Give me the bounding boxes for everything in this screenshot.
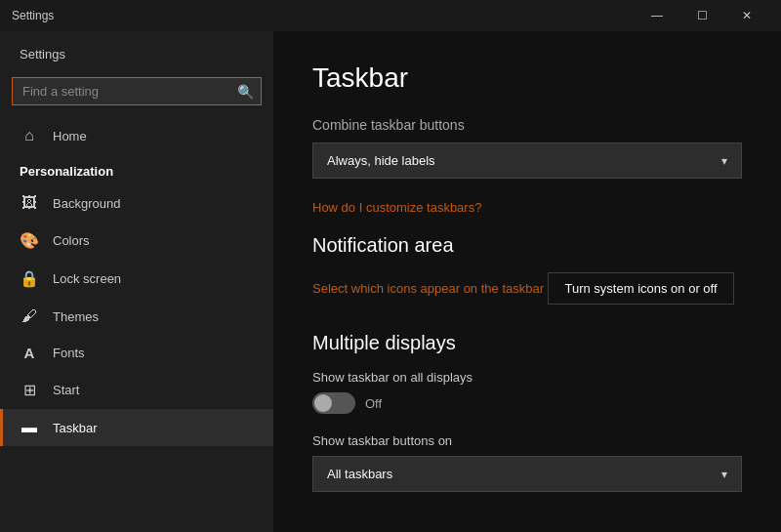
background-icon: 🖼 bbox=[20, 194, 39, 212]
main-panel: Taskbar Combine taskbar buttons Always, … bbox=[273, 31, 781, 532]
combine-dropdown-arrow: ▾ bbox=[721, 154, 727, 168]
combine-dropdown[interactable]: Always, hide labels ▾ bbox=[312, 143, 742, 179]
sidebar-item-home[interactable]: ⌂ Home bbox=[0, 117, 273, 154]
show-taskbar-label: Show taskbar on all displays bbox=[312, 370, 742, 385]
sidebar-item-themes[interactable]: 🖌 Themes bbox=[0, 298, 273, 335]
sidebar-header: Settings bbox=[0, 31, 273, 69]
title-bar-controls: — ☐ ✕ bbox=[635, 0, 769, 31]
toggle-knob bbox=[314, 394, 332, 412]
sidebar-item-lock-screen[interactable]: 🔒 Lock screen bbox=[0, 260, 273, 298]
show-buttons-arrow: ▾ bbox=[721, 468, 727, 481]
sidebar-item-start[interactable]: ⊞ Start bbox=[0, 371, 273, 409]
page-title: Taskbar bbox=[312, 62, 742, 94]
sidebar-item-home-label: Home bbox=[53, 129, 87, 143]
start-icon: ⊞ bbox=[20, 381, 39, 399]
sidebar-item-taskbar[interactable]: ▬ Taskbar bbox=[0, 409, 273, 446]
search-icon: 🔍 bbox=[237, 84, 254, 100]
combine-dropdown-container: Always, hide labels ▾ bbox=[312, 143, 742, 179]
show-taskbar-toggle[interactable] bbox=[312, 392, 355, 414]
minimize-button[interactable]: — bbox=[635, 0, 679, 31]
search-box: 🔍 bbox=[12, 77, 262, 105]
maximize-button[interactable]: ☐ bbox=[679, 0, 724, 31]
themes-icon: 🖌 bbox=[20, 307, 39, 325]
sidebar-item-background-label: Background bbox=[53, 196, 120, 211]
lock-screen-icon: 🔒 bbox=[20, 269, 39, 288]
home-icon: ⌂ bbox=[20, 127, 39, 144]
show-buttons-value: All taskbars bbox=[327, 467, 392, 481]
notification-link[interactable]: Select which icons appear on the taskbar bbox=[312, 281, 544, 296]
sidebar-section-label: Personalization bbox=[0, 154, 273, 184]
sidebar-item-colors-label: Colors bbox=[53, 233, 90, 248]
toggle-off-label: Off bbox=[365, 396, 382, 411]
multiple-displays-title: Multiple displays bbox=[312, 332, 742, 354]
title-bar: Settings — ☐ ✕ bbox=[0, 0, 781, 31]
sidebar: Settings 🔍 ⌂ Home Personalization 🖼 Back… bbox=[0, 31, 273, 532]
taskbar-icon: ▬ bbox=[20, 419, 39, 436]
notification-area-title: Notification area bbox=[312, 234, 742, 257]
combine-dropdown-value: Always, hide labels bbox=[327, 153, 435, 168]
fonts-icon: A bbox=[20, 345, 39, 361]
sidebar-item-themes-label: Themes bbox=[53, 309, 99, 324]
app-body: Settings 🔍 ⌂ Home Personalization 🖼 Back… bbox=[0, 31, 781, 532]
sidebar-item-colors[interactable]: 🎨 Colors bbox=[0, 222, 273, 260]
show-buttons-label: Show taskbar buttons on bbox=[312, 433, 742, 448]
combine-label: Combine taskbar buttons bbox=[312, 117, 742, 133]
toggle-row: Off bbox=[312, 392, 742, 414]
close-button[interactable]: ✕ bbox=[724, 0, 769, 31]
sidebar-item-taskbar-label: Taskbar bbox=[53, 421, 98, 435]
sidebar-item-background[interactable]: 🖼 Background bbox=[0, 184, 273, 222]
title-bar-title: Settings bbox=[12, 9, 635, 22]
sidebar-item-start-label: Start bbox=[53, 383, 79, 397]
sidebar-item-lock-screen-label: Lock screen bbox=[53, 271, 121, 286]
show-buttons-dropdown[interactable]: All taskbars ▾ bbox=[312, 456, 742, 492]
sidebar-item-fonts[interactable]: A Fonts bbox=[0, 335, 273, 371]
system-icons-button[interactable]: Turn system icons on or off bbox=[548, 272, 733, 305]
search-input[interactable] bbox=[12, 77, 262, 105]
colors-icon: 🎨 bbox=[20, 231, 39, 250]
sidebar-item-fonts-label: Fonts bbox=[53, 346, 85, 360]
customize-link[interactable]: How do I customize taskbars? bbox=[312, 200, 481, 215]
